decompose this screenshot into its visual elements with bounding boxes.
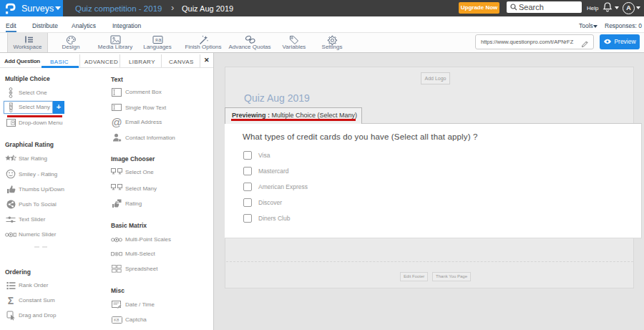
svg-text:a: a: [158, 37, 162, 43]
svg-text:K8: K8: [114, 318, 119, 322]
